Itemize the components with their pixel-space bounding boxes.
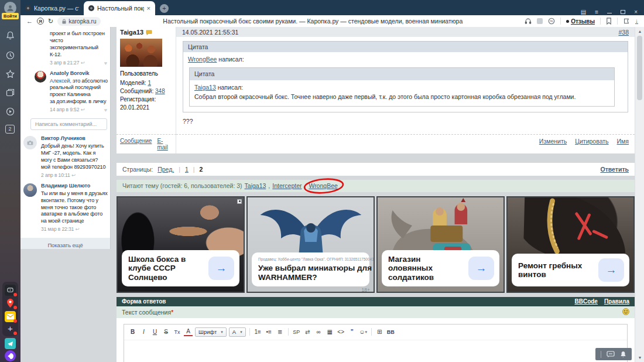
commenter-name[interactable]: Владимир Шелюто [41,183,108,190]
bell-icon[interactable] [620,351,626,358]
ad-info-icon[interactable] [237,199,242,204]
author-avatar[interactable] [120,39,162,67]
banner-arrow-button[interactable]: → [598,258,624,282]
tab-active-topic[interactable]: Настольный покрасоч × [84,1,155,15]
reply-arrow-icon[interactable]: ↩ [81,107,85,112]
ad-banner-propeller[interactable]: Ремонт гребных винтов → [506,196,635,293]
post-number-link[interactable]: #38 [618,29,629,36]
font-size-select[interactable]: A▾ [229,327,246,337]
image-button[interactable]: ▦ [326,327,334,336]
tableau-icon[interactable] [5,88,15,98]
bold-button[interactable]: B [128,327,137,336]
comment-date[interactable]: 14 апр в 9:52 [50,107,79,112]
message-link[interactable]: Сообщение [120,138,152,151]
commenter-avatar[interactable] [23,136,37,149]
collections-icon[interactable] [623,18,630,25]
comment-date[interactable]: 3 апр в 21:27 [50,60,79,66]
scrollbar-thumb[interactable] [637,36,642,100]
banner-arrow-button[interactable]: → [208,257,234,280]
smiley-icon[interactable] [622,308,629,316]
telegram-icon[interactable] [5,338,16,349]
close-button[interactable]: × [634,9,638,15]
restore-button[interactable] [621,10,625,14]
remove-format-button[interactable]: Tx [173,327,181,336]
vk-comment-input[interactable] [30,118,107,130]
address-bar[interactable]: karopka.ru [57,17,101,26]
side-panel-icon[interactable]: ▤ [581,9,586,15]
quoted-user-link[interactable]: WrongBee [188,56,217,63]
reader-user-link[interactable]: WrongBee [309,182,337,189]
reply-arrow-icon[interactable]: ↩ [81,60,85,66]
quote-link[interactable]: Цитировать [575,138,608,151]
reader-user-link[interactable]: Taiga13 [245,182,266,189]
translate-icon[interactable] [537,18,543,24]
reply-arrow-icon[interactable]: ↩ [71,172,76,178]
emoji-button[interactable]: ☺▾ [359,327,368,336]
scroll-down-arrow[interactable]: ▼ [635,356,644,360]
underline-button[interactable]: U [150,327,159,336]
mail-icon[interactable] [5,311,16,322]
reader-headphones-icon[interactable] [525,18,532,25]
video-play-icon[interactable] [5,107,15,117]
message-textarea[interactable] [124,340,627,362]
browser-menu-icon[interactable]: ≡ [595,9,598,15]
models-count-link[interactable]: 1 [148,80,151,86]
floating-notify-widget[interactable] [595,348,632,360]
edit-link[interactable]: Изменить [539,138,567,151]
commenter-name[interactable]: Виктор Лучников [41,135,108,142]
messages-count-link[interactable]: 348 [155,88,165,94]
commenter-avatar[interactable] [23,183,37,197]
strikethrough-button[interactable]: S [162,327,170,336]
reply-topic-link[interactable]: Ответить [600,166,629,173]
page-scrollbar[interactable]: ▲ ▼ [635,27,644,362]
spoiler-button[interactable]: SP [292,327,301,336]
notifications-bell-icon[interactable] [5,30,15,40]
comment-date[interactable]: 31 мар в 22:31 [41,226,74,232]
yandex-button[interactable]: Я [37,18,44,25]
commenter-avatar[interactable] [35,71,46,83]
code-button[interactable]: <> [337,327,345,336]
comment-date[interactable]: 2 апр в 10:11 [41,172,70,178]
bbcode-toggle-button[interactable]: BB [386,327,395,336]
font-select[interactable]: Шрифт▾ [195,327,227,337]
reader-user-link[interactable]: Intercepter [272,182,302,189]
ad-banner-soldiers[interactable]: Магазин оловянных солдатиков → [376,196,505,293]
discounts-icon[interactable]: % [548,18,555,25]
email-link[interactable]: E-mail [157,138,172,151]
ad-banner-boxing[interactable]: Школа бокса в клубе СССР Солнцево → [117,196,245,293]
text-color-button[interactable]: A [184,327,193,336]
add-app-icon[interactable]: + [5,323,16,334]
tab-counter-badge[interactable]: 2 [5,125,15,134]
commenter-name[interactable]: Anatoly Borovik [50,70,108,77]
quoted-user-link[interactable]: Taiga13 [194,84,216,91]
bookmarks-star-icon[interactable] [5,69,15,79]
banner-arrow-button[interactable]: → [468,257,494,280]
fullscreen-button[interactable]: ⊞ [375,327,384,336]
maps-pin-icon[interactable] [5,298,16,309]
link-button[interactable]: ∞ [314,327,323,336]
new-tab-button[interactable]: + [160,4,169,13]
alice-assistant-icon[interactable] [5,350,16,361]
back-button[interactable]: ← [26,18,33,25]
author-username[interactable]: Taiga13 [120,29,143,36]
messenger-icon[interactable] [5,285,16,296]
download-icon[interactable]: ↓ [635,18,638,24]
login-badge[interactable]: Войти [2,13,19,19]
tab-close-icon[interactable]: × [147,5,150,12]
minimize-button[interactable] [607,13,612,13]
translate-button[interactable]: ⇄ [303,327,312,336]
italic-button[interactable]: I [139,327,148,336]
page-1-link[interactable]: 1 [185,166,189,173]
like-heart-icon[interactable]: ♥ [104,60,107,66]
scroll-up-arrow[interactable]: ▲ [635,29,644,33]
align-button[interactable]: ≣ [276,327,285,336]
mention-link[interactable]: Алексей, [50,78,71,84]
ordered-list-button[interactable]: 1≡ [254,327,262,336]
unordered-list-button[interactable]: •≡ [265,327,273,336]
show-more-button[interactable]: Показать ещё [20,238,110,249]
rules-link[interactable]: Правила [604,298,629,305]
tab-karopka-home[interactable]: Каропка.ру — стендовы [20,1,84,15]
name-link[interactable]: Имя [617,138,629,151]
bookmark-flag-icon[interactable] [606,18,612,25]
reply-arrow-icon[interactable]: ↩ [76,226,80,232]
